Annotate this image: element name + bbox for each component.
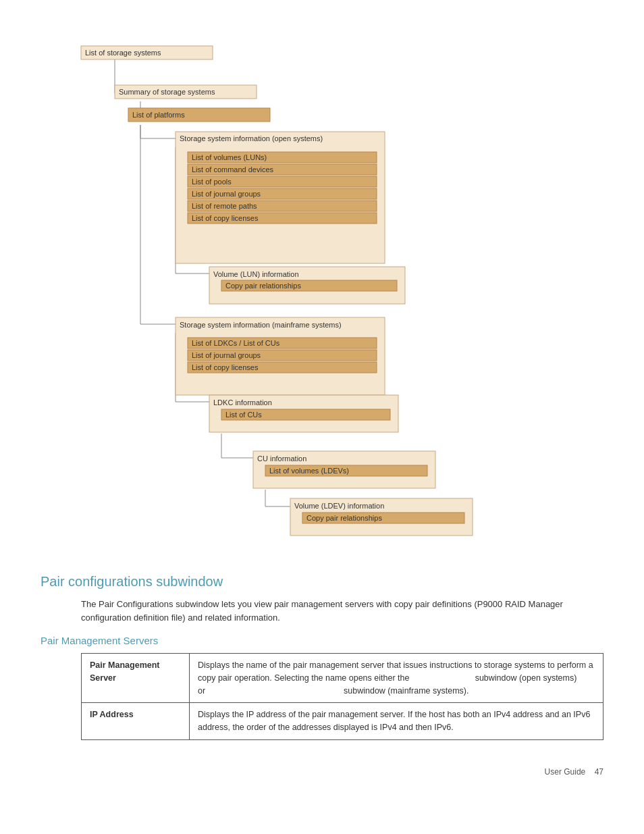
volume-lun-info-title: Volume (LUN) information bbox=[213, 270, 299, 278]
volume-ldev-info-title: Volume (LDEV) information bbox=[294, 502, 384, 510]
list-remote-paths-text: List of remote paths bbox=[192, 202, 257, 210]
pair-mgmt-table: Pair Management Server Displays the name… bbox=[81, 653, 603, 740]
table-row: IP Address Displays the IP address of th… bbox=[82, 703, 603, 740]
list-copy-licenses-mf-text: List of copy licenses bbox=[192, 363, 259, 371]
list-platforms-text: List of platforms bbox=[132, 111, 185, 119]
footer-label: User Guide bbox=[545, 767, 586, 777]
pair-mgmt-server-value: Displays the name of the pair management… bbox=[190, 654, 603, 703]
pair-mgmt-servers-heading: Pair Management Servers bbox=[41, 635, 603, 646]
list-volumes-ldevs-text: List of volumes (LDEVs) bbox=[269, 467, 349, 475]
list-journal-groups-open-text: List of journal groups bbox=[192, 190, 261, 198]
page-footer: User Guide 47 bbox=[41, 767, 603, 777]
tree-diagram: List of storage systems Summary of stora… bbox=[41, 20, 513, 561]
copy-pair-open-text: Copy pair relationships bbox=[225, 282, 301, 290]
list-command-devices-text: List of command devices bbox=[192, 165, 274, 174]
ip-address-label: IP Address bbox=[82, 703, 190, 740]
cu-info-title: CU information bbox=[257, 454, 306, 463]
list-volumes-luns-text: List of volumes (LUNs) bbox=[192, 153, 267, 161]
ip-address-value: Displays the IP address of the pair mana… bbox=[190, 703, 603, 740]
list-journal-groups-mf-text: List of journal groups bbox=[192, 351, 261, 359]
list-copy-licenses-open-text: List of copy licenses bbox=[192, 214, 259, 222]
list-storage-systems-text: List of storage systems bbox=[85, 49, 161, 57]
table-row: Pair Management Server Displays the name… bbox=[82, 654, 603, 703]
list-cus-text: List of CUs bbox=[225, 411, 262, 419]
ldkc-info-title: LDKC information bbox=[213, 398, 272, 407]
open-systems-group-title: Storage system information (open systems… bbox=[180, 134, 323, 142]
mainframe-group-title: Storage system information (mainframe sy… bbox=[180, 321, 342, 329]
summary-storage-systems-text: Summary of storage systems bbox=[119, 88, 215, 96]
list-ldkcs-cus-text: List of LDKCs / List of CUs bbox=[192, 339, 280, 347]
pair-config-heading: Pair configurations subwindow bbox=[41, 574, 603, 590]
pair-config-description: The Pair Configurations subwindow lets y… bbox=[81, 598, 603, 624]
pair-mgmt-server-label: Pair Management Server bbox=[82, 654, 190, 703]
page-number: 47 bbox=[595, 767, 603, 777]
list-pools-text: List of pools bbox=[192, 178, 232, 186]
copy-pair-mf-text: Copy pair relationships bbox=[306, 514, 382, 522]
